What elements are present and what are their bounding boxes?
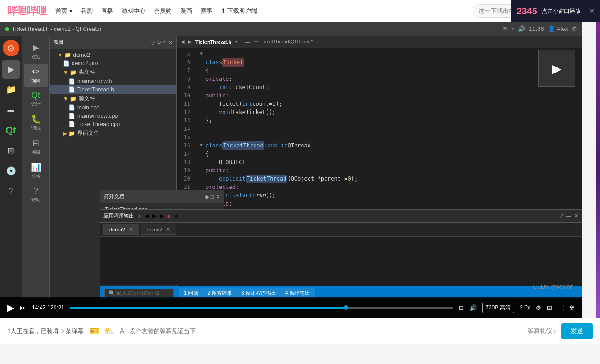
danmaku-icon-1[interactable]: 🎫: [89, 326, 99, 336]
folder-icon: ▼ 📁: [63, 69, 77, 76]
nav-manga[interactable]: 漫画: [180, 7, 192, 15]
danmaku-toggle-btn[interactable]: ⊡: [459, 304, 464, 311]
comment-bar: 1人正在看，已装填 0 条弹幕 🎫 ⛅ A 弹幕礼仪 › 发送: [0, 318, 600, 344]
output-nav-sep: ◆: [138, 213, 141, 219]
output-nav-back[interactable]: ◀: [145, 213, 149, 219]
editor-nav-back[interactable]: ◀: [181, 39, 184, 45]
nav-race[interactable]: 赛事: [200, 7, 212, 15]
send-button[interactable]: 发送: [561, 323, 593, 339]
qt-disc-btn[interactable]: 💿: [2, 162, 20, 180]
status-tab-problems[interactable]: 1 问题: [179, 288, 203, 298]
nav-vip[interactable]: 会员购: [154, 7, 172, 15]
filetree-sync-icon[interactable]: ↻: [157, 39, 161, 46]
mode-design[interactable]: Qt 设计: [24, 88, 48, 110]
nav-download[interactable]: ⬆ 下载客户端: [221, 7, 258, 15]
mode-project[interactable]: ⊞ 项目: [24, 135, 48, 158]
status-tab-output[interactable]: 3 应用程序输出: [236, 288, 280, 298]
tree-label: 界面文件: [77, 129, 99, 137]
tree-item-demo2[interactable]: ▼ 📁 demo2: [50, 51, 176, 59]
code-line: {: [200, 150, 576, 158]
status-tab-num: 1: [184, 290, 187, 296]
run-tab-demo2-1[interactable]: demo2 ✕: [103, 224, 139, 235]
mode-analyze[interactable]: 📊 分析: [24, 159, 48, 182]
mode-debug[interactable]: 🐛 调试: [24, 111, 48, 134]
fullscreen-btn[interactable]: ⛶: [558, 304, 564, 311]
mini-close-icon[interactable]: ✕: [589, 7, 594, 15]
ubuntu-icon[interactable]: ⊙: [3, 40, 19, 56]
run-tab-close[interactable]: ✕: [166, 226, 170, 232]
progress-bar[interactable]: [70, 307, 453, 309]
tree-item-ticketthread-cpp[interactable]: 📄 TicketThread.cpp: [50, 120, 176, 128]
qt-file-manager-btn[interactable]: 📁: [2, 80, 20, 99]
comment-input[interactable]: [130, 328, 519, 334]
theater-btn[interactable]: ☢: [569, 304, 575, 311]
output-float-icon[interactable]: ↗: [559, 213, 564, 219]
settings-btn[interactable]: ⚙: [536, 304, 541, 311]
run-tab-close[interactable]: ✕: [129, 226, 133, 232]
qt-output-panel: 应用程序输出 ◆ ◀ ▶ ▶ ■ 🗑 ↗ — ✕: [100, 209, 582, 285]
opendocs-collapse-icon[interactable]: □: [211, 194, 214, 200]
qt-logo-btn[interactable]: Qt: [2, 121, 20, 140]
code-line: {: [200, 67, 576, 75]
volume-btn[interactable]: 🔊: [469, 304, 477, 311]
qt-help-btn[interactable]: ?: [2, 182, 20, 200]
next-video-thumbnail[interactable]: ▶: [538, 50, 575, 87]
nav-live[interactable]: 直播: [101, 7, 113, 15]
output-close-icon[interactable]: ✕: [574, 213, 578, 219]
quality-selector[interactable]: 720P 高清: [482, 303, 514, 313]
filetree-filter-icon[interactable]: ▽: [151, 39, 155, 46]
status-tab-search[interactable]: 2 搜索结果: [203, 288, 236, 298]
opendocs-close-icon[interactable]: ✕: [216, 194, 220, 200]
tree-item-mainwindow-h[interactable]: 📄 mainwindow.h: [50, 77, 176, 85]
titlebar-user-icon: 👤 Alex: [548, 25, 568, 32]
code-line: class Ticket: [200, 58, 576, 67]
opendocs-pin-icon[interactable]: ◆: [205, 194, 209, 200]
site-logo[interactable]: 哔哩哔哩: [7, 4, 46, 18]
tree-item-main-cpp[interactable]: 📄 main.cpp: [50, 103, 176, 112]
tree-item-demo2pro[interactable]: 📄 demo2.pro: [50, 59, 176, 67]
output-minimize-icon[interactable]: —: [566, 213, 571, 219]
progress-fill: [70, 307, 346, 309]
mode-welcome[interactable]: ▶ 欢迎: [24, 40, 48, 63]
font-style-button[interactable]: A: [120, 327, 125, 335]
output-play-icon[interactable]: ▶: [152, 213, 156, 219]
qt-welcome-btn[interactable]: ▶: [2, 60, 20, 79]
qt-search-input[interactable]: [104, 289, 174, 297]
nav-home[interactable]: 首页 ▾: [55, 7, 73, 15]
danmaku-icon-2[interactable]: ⛅: [104, 326, 114, 336]
qt-terminal-btn[interactable]: ▬: [2, 101, 20, 119]
code-line: private:: [200, 75, 576, 83]
tree-label: demo2.pro: [72, 60, 98, 67]
mini-text[interactable]: 点击小窗口播放: [542, 7, 581, 15]
folder-icon: ▼ 📁: [57, 52, 71, 58]
filetree-close-icon[interactable]: ✕: [168, 39, 173, 46]
nav-anime[interactable]: 番剧: [81, 7, 93, 15]
status-tab-compile[interactable]: 4 编译输出: [281, 288, 315, 298]
output-stop-icon[interactable]: ■: [167, 213, 170, 219]
nav-game[interactable]: 游戏中心: [121, 7, 145, 15]
tree-item-forms[interactable]: ▶ 📁 界面文件: [50, 128, 176, 138]
tree-item-mainwindow-cpp[interactable]: 📄 mainwindow.cpp: [50, 112, 176, 120]
mode-edit[interactable]: ✏ 编辑: [24, 64, 48, 87]
tree-item-sources[interactable]: ▼ 📁 源文件: [50, 94, 176, 103]
total-time: 20:21: [50, 304, 64, 311]
editor-dropdown-icon[interactable]: ▾: [235, 39, 238, 45]
mode-help-label: 帮助: [31, 197, 41, 203]
speed-selector[interactable]: 2.0x: [520, 304, 530, 311]
output-clear-icon[interactable]: 🗑: [174, 213, 179, 219]
run-tab-demo2-2[interactable]: demo2 ✕: [141, 224, 176, 235]
pip-btn[interactable]: ⊡: [547, 304, 552, 311]
code-line: signals:: [200, 200, 576, 208]
danmaku-etiquette-link[interactable]: 弹幕礼仪 ›: [528, 327, 556, 335]
filetree-collapse-icon[interactable]: □: [163, 39, 166, 46]
play-button[interactable]: ▶: [7, 302, 14, 313]
output-content: [100, 237, 582, 285]
tree-item-ticketthread-h[interactable]: 📄 TicketThread.h: [50, 85, 176, 94]
skip-forward-button[interactable]: ⏭: [20, 304, 26, 311]
mode-help[interactable]: ? 帮助: [24, 183, 48, 206]
qt-grid-btn[interactable]: ⊞: [2, 141, 20, 160]
editor-nav-forward[interactable]: ▶: [188, 39, 192, 45]
output-run-icon[interactable]: ▶: [160, 213, 164, 219]
tree-item-headers[interactable]: ▼ 📁 头文件: [50, 67, 176, 77]
status-tab-num: 4: [285, 290, 288, 296]
